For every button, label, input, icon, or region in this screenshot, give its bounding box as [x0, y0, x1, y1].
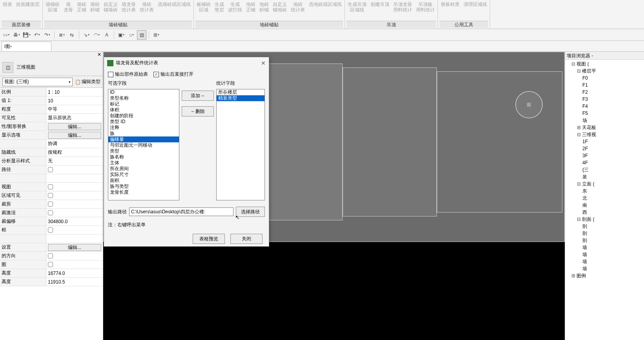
tree-node[interactable]: 3F — [565, 152, 644, 159]
checkbox-output-raw[interactable]: 输出部件原始表 — [108, 71, 148, 78]
qat-save-icon[interactable]: 💾▾ — [22, 30, 31, 40]
list-item[interactable]: 主体 — [108, 160, 179, 166]
tree-node[interactable]: F4 — [565, 103, 644, 110]
preview-button[interactable]: 表格预览 — [193, 234, 225, 244]
tree-node[interactable]: F5 — [565, 110, 644, 117]
ribbon-btn[interactable]: 地砖 统计表 — [290, 1, 306, 14]
property-edit-button[interactable]: 编辑... — [48, 123, 101, 130]
property-edit-button[interactable]: 编辑... — [48, 132, 101, 139]
tree-node[interactable]: 南 — [565, 202, 644, 209]
ribbon-btn[interactable]: 吊顶龙骨 用料统计 — [392, 1, 413, 14]
checkbox-open-after[interactable]: ✓输出后直接打开 — [153, 71, 193, 78]
steering-wheel-icon[interactable]: 前 — [515, 91, 543, 118]
list-item[interactable]: 族 — [108, 131, 179, 136]
tree-node[interactable]: F0 — [565, 75, 644, 82]
list-item[interactable]: ID — [108, 89, 179, 95]
ribbon-btn[interactable]: 吊顶板 用料统计 — [415, 1, 436, 14]
property-checkbox[interactable] — [48, 210, 53, 215]
ribbon-btn[interactable]: 拾面建面层 — [15, 1, 41, 8]
qat-sync-icon[interactable]: ≣▾ — [57, 30, 66, 40]
property-checkbox[interactable] — [48, 262, 53, 267]
property-checkbox[interactable] — [48, 227, 53, 233]
list-item[interactable]: 族与类型 — [108, 184, 179, 189]
tree-node[interactable]: ⊟ 剖面 ( — [565, 216, 644, 223]
ribbon-btn[interactable]: 生成 波打线 — [227, 1, 243, 14]
tree-node[interactable]: F2 — [565, 89, 644, 96]
property-edit-button[interactable]: 编辑... — [48, 244, 101, 251]
listbox-available-fields[interactable]: ID类型名称标记体积创建的阶段类型 ID注释族偏移量与邻近图元一同移动类型族名称… — [108, 89, 179, 200]
list-item[interactable]: 偏移量 — [108, 136, 179, 142]
view-tab-active[interactable]: i图 ▾ — [2, 42, 51, 51]
ribbon-btn[interactable]: 墙砖 斜铺 — [89, 1, 101, 14]
qat-split-icon[interactable]: ⇆ — [67, 30, 77, 40]
qat-redo-icon[interactable]: ↷▾ — [42, 30, 52, 40]
ribbon-btn[interactable]: 墙龙骨 统计表 — [120, 1, 137, 14]
edit-type-button[interactable]: 📋 编辑类型 — [75, 78, 100, 85]
tree-node[interactable]: 墙 — [565, 244, 644, 251]
tree-node[interactable]: {三 — [565, 166, 644, 173]
tree-node[interactable]: F3 — [565, 96, 644, 103]
ribbon-btn[interactable]: 创建吊顶 — [369, 1, 390, 8]
ribbon-btn[interactable]: 选墙砖或区域线 — [157, 1, 192, 8]
list-item[interactable]: 与邻近图元一同移动 — [108, 142, 179, 148]
add-field-button[interactable]: 添加→ — [182, 91, 214, 101]
tree-node[interactable]: 装 — [565, 173, 644, 180]
list-item[interactable]: 类型 ID — [108, 119, 179, 125]
property-value[interactable] — [46, 174, 103, 182]
list-item[interactable]: 类型名称 — [108, 95, 179, 101]
ribbon-btn[interactable]: 自定义 铺地砖 — [272, 1, 288, 14]
output-path-input[interactable]: C:\Users\asus\Desktop\四层办公楼: — [129, 207, 234, 216]
list-item[interactable]: 实际尺寸 — [108, 172, 179, 178]
ribbon-btn[interactable]: 墙铺砖 区域 — [44, 1, 61, 14]
property-value[interactable]: 304800.0 — [46, 217, 103, 225]
qat-text-icon[interactable]: A — [102, 30, 111, 40]
list-item[interactable]: 面积 — [108, 178, 179, 184]
tree-node[interactable]: ⊞ 图例 — [565, 272, 644, 279]
tree-node[interactable]: 东 — [565, 187, 644, 195]
qat-select-icon[interactable]: ▭▾ — [2, 30, 11, 40]
close-button[interactable]: 关闭 — [230, 234, 263, 244]
qat-cube-icon[interactable]: ▣▾ — [117, 30, 126, 40]
list-item[interactable]: 族名称 — [108, 154, 179, 160]
ribbon-btn[interactable]: 清理区域线 — [462, 1, 488, 8]
property-checkbox[interactable] — [48, 193, 53, 198]
tree-node[interactable]: F1 — [565, 82, 644, 89]
ribbon-btn[interactable]: 墙砖 统计表 — [139, 1, 155, 14]
tree-node[interactable]: ⊟ 三维视 — [565, 131, 644, 138]
property-checkbox[interactable] — [48, 167, 53, 172]
tree-node[interactable]: 西 — [565, 209, 644, 216]
qat-mod-icon[interactable]: ▤ — [137, 30, 146, 40]
ribbon-btn[interactable]: 地砖 正铺 — [245, 1, 257, 14]
ribbon-btn[interactable]: 地砖 斜铺 — [258, 1, 270, 14]
remove-field-button[interactable]: ←删除 — [182, 106, 214, 116]
tree-node[interactable]: 1F — [565, 138, 644, 145]
view-selector-dropdown[interactable]: 视图: {三维}▾ — [2, 78, 73, 86]
qat-filter-icon[interactable]: ⌂▾ — [127, 30, 136, 40]
ribbon-btn[interactable]: 组装 — [2, 1, 13, 8]
qat-print-icon[interactable]: 🖶▾ — [12, 30, 21, 40]
qat-line-icon[interactable]: ↘▾ — [82, 30, 91, 40]
tree-node[interactable]: 墙 — [565, 251, 644, 258]
list-item[interactable]: 体积 — [108, 107, 179, 113]
tree-node[interactable]: 墙 — [565, 265, 644, 272]
property-value[interactable] — [46, 235, 103, 243]
tree-node[interactable]: ⊟ 立面 ( — [565, 180, 644, 187]
list-item[interactable]: 所在楼层 — [217, 89, 265, 95]
qat-undo-icon[interactable]: ↶▾ — [32, 30, 42, 40]
tree-node[interactable]: ⊟ 楼层平 — [565, 67, 644, 75]
tree-node[interactable]: 剖 — [565, 223, 644, 230]
property-value[interactable]: 16774.0 — [46, 269, 103, 277]
property-value[interactable]: 按规程 — [46, 148, 103, 156]
tree-node[interactable]: 北 — [565, 195, 644, 202]
ribbon-btn[interactable]: 选地砖或区域线 — [308, 1, 343, 8]
ribbon-btn[interactable]: 生成 垫层 — [213, 1, 225, 14]
list-item[interactable]: 创建的阶段 — [108, 113, 179, 119]
property-value[interactable]: 显示原状态 — [46, 114, 103, 122]
qat-expand-icon[interactable]: ⊞▾ — [151, 30, 161, 40]
ribbon-btn[interactable]: 墙砖 正铺 — [76, 1, 88, 14]
panel-close-icon[interactable]: ✕ — [97, 52, 101, 59]
tree-node[interactable]: 2F — [565, 145, 644, 152]
ribbon-btn[interactable]: 自定义 铺墙砖 — [102, 1, 119, 14]
property-checkbox[interactable] — [48, 184, 53, 189]
dialog-close-icon[interactable]: ✕ — [261, 60, 266, 66]
